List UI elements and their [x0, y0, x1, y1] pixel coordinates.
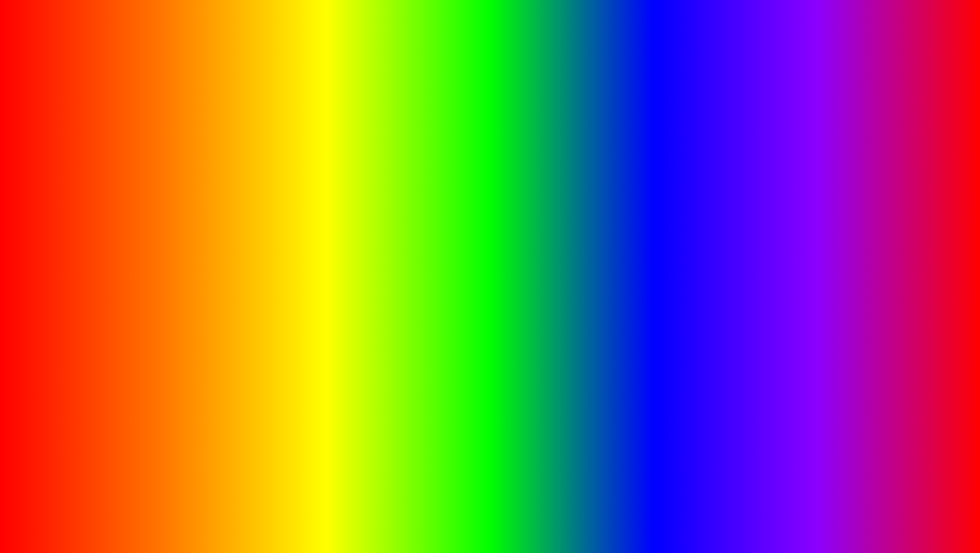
svg-text:✦: ✦ — [854, 407, 861, 416]
right-enable-area-farm[interactable]: Enable Area Farm — [689, 258, 806, 264]
pastebin-word: PASTEBIN — [656, 486, 867, 531]
right-sever-boost-triple-damage: Sever Boost Triple Damage — [810, 240, 928, 246]
left-nav-misc[interactable]: ▸ Miscellaneous ▸ — [50, 204, 103, 214]
auto-leave-right-label: Auto Leave if Mod Join — [819, 272, 873, 279]
right-collect-lootbag[interactable]: Collect Lootbag — [810, 264, 928, 270]
mastery-menu-icon-right: ☰ — [687, 330, 692, 336]
android-text-line2: ANDROID ✓ — [55, 267, 290, 318]
right-config-farming-col: ||-Config Farming-|| Sever Boost Triple … — [808, 221, 930, 299]
left-minimize-btn[interactable] — [262, 177, 270, 185]
svg-point-22 — [470, 270, 500, 290]
auto-boost-coins-right-label: Auto Boost Triple Coins — [819, 256, 874, 262]
right-refresh-area: Refresh Area — [689, 241, 806, 247]
cb-enabled-block-farm[interactable] — [689, 275, 695, 281]
right-auto-boost-triple-damage[interactable]: Auto Boost Triple Damage — [810, 248, 928, 254]
right-nav-main-eggs[interactable]: ▸ Main Eggs ▸ — [775, 192, 819, 202]
right-nav-main-farming[interactable]: ▸ Main Farming ▸ — [721, 192, 772, 202]
left-nav-main-eggs[interactable]: ▸ Main Eggs ▸ — [138, 192, 182, 202]
right-mastery-item[interactable]: ☰ Select Mastery - Coins Mastery — [687, 330, 930, 336]
background-scene: PET SIMULATOR X MOBILE ✓ ANDROID ✓ Mobil… — [4, 4, 976, 549]
right-enabled-block-farm[interactable]: Enabled Block Farm — [689, 274, 806, 281]
auto-boost-dmg-right-label: Auto Boost Triple Damage — [819, 248, 881, 254]
right-sever-boost-triple-coins: Sever Boost Triple Coins — [810, 232, 928, 238]
refresh-area-label: Refresh Area — [689, 241, 722, 247]
left-panel-controls — [262, 177, 292, 185]
left-mastery-item[interactable]: ☰ Select Mastery - Coins Mastery — [50, 330, 293, 336]
cb-auto-boost-coins-right[interactable] — [810, 257, 816, 262]
checkmark1: ✓ — [220, 217, 258, 267]
left-panel-icon — [51, 176, 61, 186]
left-mastery-header: ||-Mastery Farm-|| — [50, 322, 293, 328]
enabled-nearest-farm-right-label: Enabled Nearest Farm — [697, 283, 751, 289]
right-panel-content: ||-Area Farming-|| ☰ Select Area Refresh… — [683, 217, 934, 303]
svg-rect-1 — [470, 356, 482, 392]
svg-point-3 — [466, 388, 486, 396]
right-panel: Mobile - Pet Simulator X ▸ Home ▸ ▸ Main… — [681, 171, 935, 340]
right-nav-main-pets[interactable]: ▸ Main Pets ▸ — [821, 192, 863, 202]
stats-tracker-right-label: Stats Tracker — [819, 281, 850, 287]
left-nav-main-pets[interactable]: ▸ Main Pets ▸ — [184, 192, 226, 202]
right-stats-tracker[interactable]: Stats Tracker — [810, 281, 928, 287]
right-auto-leave-mod-join[interactable]: Auto Leave if Mod Join — [810, 272, 928, 279]
cb-auto-leave-right[interactable] — [810, 273, 816, 279]
right-maximize-btn[interactable] — [909, 177, 918, 185]
svg-point-34 — [864, 423, 910, 472]
right-type-farm[interactable]: ☰ Type Farm - Multi Target - Smooth — [689, 249, 806, 256]
svg-rect-7 — [444, 310, 463, 323]
mastery-menu-icon-left: ☰ — [50, 330, 55, 336]
mobile-text-line1: MOBILE ✓ — [55, 217, 290, 267]
sever-boost-dmg-right: Sever Boost Triple Damage — [810, 240, 875, 246]
type-farm-label: Type Farm - Multi Target - Smooth — [697, 250, 778, 256]
svg-point-4 — [484, 388, 504, 396]
left-panel-titlebar: Mobile - Pet Simulator X — [46, 173, 297, 190]
cat-thumbnail: ✦ ✦ ✦ ✦ — [844, 397, 930, 483]
svg-point-20 — [492, 291, 495, 294]
right-nav-home[interactable]: ▸ Home ▸ — [687, 192, 719, 202]
right-enabled-nearest-farm[interactable]: Enabled Nearest Farm — [689, 283, 806, 289]
cb-enabled-nearest-farm-right[interactable] — [689, 283, 695, 289]
android-label: ANDROID — [55, 270, 244, 315]
cb-enable-area-farm-right[interactable] — [689, 259, 695, 264]
menu-icon-type-farm: ☰ — [689, 249, 695, 256]
bottom-text-content: UPDATE HUGE SCRIPT PASTEBIN — [113, 479, 866, 533]
svg-point-43 — [879, 443, 882, 446]
cb-stats-tracker-right[interactable] — [810, 281, 816, 287]
right-close-btn[interactable] — [921, 177, 929, 185]
right-panel-nav: ▸ Home ▸ ▸ Main Farming ▸ ▸ Main Eggs ▸ … — [683, 190, 934, 217]
svg-point-26 — [457, 397, 467, 407]
right-panel-titlebar: Mobile - Pet Simulator X — [683, 173, 934, 190]
select-area-label-right: Select Area — [697, 232, 725, 238]
title-container: PET SIMULATOR X — [4, 14, 976, 90]
svg-point-19 — [477, 291, 480, 294]
enabled-fruit-farm-label: Enabled Fruit Farm — [697, 266, 743, 272]
right-hide-coins[interactable]: Hide Coins — [810, 289, 928, 295]
svg-text:✦: ✦ — [918, 425, 922, 431]
right-minimize-btn[interactable] — [898, 177, 906, 185]
right-nav-misc[interactable]: ▸ Miscellaneous ▸ — [687, 204, 740, 214]
cb-hide-coins-right[interactable] — [810, 289, 816, 295]
right-auto-boost-triple-coins[interactable]: Auto Boost Triple Coins — [810, 256, 928, 262]
menu-icon-select-area-right: ☰ — [689, 232, 695, 239]
left-close-btn[interactable] — [284, 177, 292, 185]
cb-auto-boost-dmg-right[interactable] — [810, 249, 816, 254]
cb-enabled-fruit-farm[interactable] — [689, 267, 695, 272]
right-mastery-section: ||-Mastery Farm-|| ☰ Select Mastery - Co… — [683, 319, 934, 339]
left-nav-other[interactable]: ▸ Other ▸ — [228, 192, 259, 202]
enable-area-farm-right-label: Enable Area Farm — [697, 258, 740, 264]
right-panel-controls — [898, 177, 929, 185]
mobile-android-section: MOBILE ✓ ANDROID ✓ — [55, 217, 290, 318]
huge-word: HUGE — [329, 479, 472, 533]
right-select-area[interactable]: ☰ Select Area — [689, 232, 806, 239]
right-super-lag-btn[interactable]: Super Lag Reduction — [685, 306, 932, 317]
cb-collect-lootbag-right[interactable] — [810, 265, 816, 270]
left-maximize-btn[interactable] — [273, 177, 281, 185]
left-nav-home[interactable]: ▸ Home ▸ — [50, 192, 82, 202]
svg-point-44 — [894, 443, 897, 446]
right-area-farming-col: ||-Area Farming-|| ☰ Select Area Refresh… — [687, 221, 808, 299]
left-nav-main-farming[interactable]: ▸ Main Farming ▸ — [84, 192, 136, 202]
script-word: SCRIPT — [486, 486, 641, 531]
right-config-header: ||-Config Farming-|| — [810, 223, 928, 229]
right-nav-other[interactable]: ▸ Other ▸ — [865, 192, 896, 202]
svg-text:✦: ✦ — [852, 435, 856, 441]
right-enabled-fruit-farm[interactable]: Enabled Fruit Farm — [689, 266, 806, 272]
